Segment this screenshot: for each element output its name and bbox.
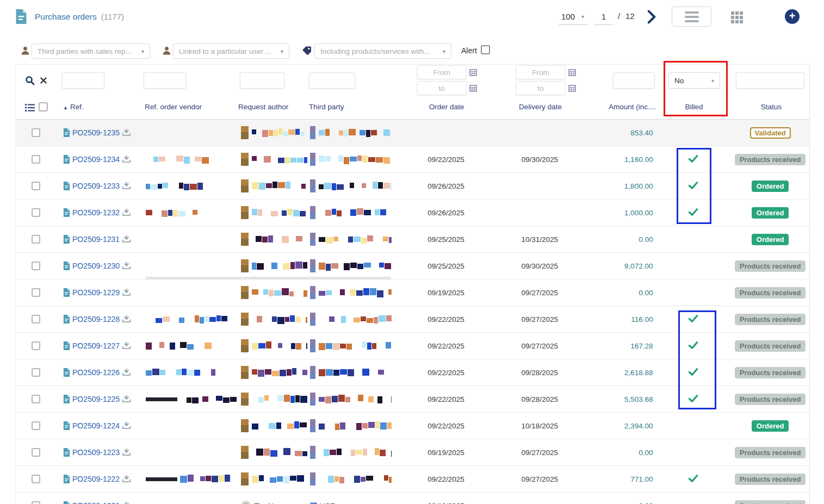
- purchase-order-link[interactable]: PO2509-1228: [72, 315, 120, 323]
- column-header-ref[interactable]: ▲Ref.: [63, 103, 84, 111]
- download-icon[interactable]: [122, 395, 131, 403]
- column-header-third-party[interactable]: Third party: [309, 103, 344, 111]
- row-checkbox[interactable]: [32, 315, 40, 323]
- column-header-vendor-ref[interactable]: Ref. order vendor: [145, 103, 202, 111]
- linked-user-filter[interactable]: Linked to a particular user ... ▾: [173, 43, 289, 59]
- third-party-sales-rep-filter[interactable]: Third parties with sales rep... ▾: [32, 43, 150, 59]
- add-purchase-order-button[interactable]: +: [785, 9, 800, 24]
- download-icon[interactable]: [122, 289, 131, 296]
- next-page-button[interactable]: [645, 10, 658, 24]
- vendor-ref-cell: [145, 203, 237, 222]
- document-icon: [63, 288, 70, 297]
- download-icon[interactable]: [122, 475, 131, 483]
- page-number-input[interactable]: 1: [594, 9, 614, 25]
- column-header-order-date[interactable]: Order date: [392, 103, 501, 111]
- amount-filter-input[interactable]: [613, 72, 655, 89]
- third-party-cell: [307, 203, 392, 222]
- row-checkbox[interactable]: [32, 155, 40, 164]
- download-icon[interactable]: [122, 369, 131, 376]
- record-count: (1177): [101, 12, 124, 21]
- row-checkbox[interactable]: [32, 475, 40, 483]
- row-checkbox[interactable]: [32, 448, 40, 457]
- purchase-order-link[interactable]: PO2509-1233: [72, 182, 120, 190]
- column-header-delivery-date[interactable]: Delivery date: [501, 103, 580, 111]
- purchase-order-link[interactable]: PO2509-1232: [72, 208, 120, 217]
- calendar-icon[interactable]: [568, 69, 576, 76]
- including-products-filter[interactable]: Including products/services with... ▾: [314, 43, 451, 59]
- download-icon[interactable]: [122, 182, 131, 190]
- order-date-to-input[interactable]: [417, 81, 467, 95]
- page-size-select[interactable]: 100 ▾: [558, 9, 588, 25]
- page-size-value: 100: [558, 12, 575, 21]
- status-filter-input[interactable]: [736, 72, 804, 89]
- purchase-order-link[interactable]: PO2509-1223: [72, 448, 120, 457]
- download-icon[interactable]: [122, 449, 131, 456]
- purchase-order-link[interactable]: PO2509-1226: [72, 368, 120, 377]
- vendor-ref-filter-input[interactable]: [144, 72, 186, 89]
- column-header-status[interactable]: Status: [732, 103, 810, 111]
- third-party-cell: [307, 150, 392, 169]
- filter-placeholder: Including products/services with...: [320, 47, 430, 55]
- download-icon[interactable]: [122, 235, 131, 243]
- row-checkbox[interactable]: [32, 395, 40, 403]
- row-checkbox[interactable]: [32, 208, 40, 217]
- row-checkbox[interactable]: [32, 128, 40, 137]
- status-cell: Products received: [731, 447, 809, 458]
- row-checkbox[interactable]: [32, 501, 40, 504]
- third-party-filter-input[interactable]: [309, 72, 355, 89]
- purchase-order-link[interactable]: PO2509-1230: [72, 262, 120, 270]
- delivery-date-to-input[interactable]: [516, 81, 566, 95]
- purchase-order-link[interactable]: PO2509-1224: [72, 421, 120, 430]
- status-badge: Ordered: [752, 420, 789, 432]
- row-checkbox[interactable]: [32, 341, 40, 350]
- row-checkbox[interactable]: [32, 262, 40, 270]
- list-fields-icon[interactable]: [25, 103, 35, 112]
- row-checkbox[interactable]: [32, 368, 40, 377]
- order-date-from-input[interactable]: [417, 65, 467, 79]
- row-checkbox[interactable]: [32, 182, 40, 190]
- redacted-content: [310, 203, 392, 222]
- purchase-order-link[interactable]: PO2509-1229: [72, 288, 120, 297]
- status-badge: Products received: [735, 314, 806, 325]
- calendar-icon[interactable]: [469, 84, 477, 92]
- search-icon[interactable]: [25, 76, 35, 85]
- purchase-order-link[interactable]: PO2509-1234: [72, 155, 120, 164]
- column-header-billed[interactable]: Billed: [656, 103, 732, 111]
- ref-cell: PO2509-1233: [58, 182, 145, 190]
- row-checkbox[interactable]: [32, 421, 40, 430]
- request-author-cell: [237, 150, 307, 169]
- request-author-filter-input[interactable]: [240, 72, 284, 89]
- download-icon[interactable]: [122, 262, 131, 270]
- list-view-button[interactable]: [672, 7, 711, 27]
- purchase-order-link[interactable]: PO2509-1225: [72, 395, 120, 403]
- row-checkbox[interactable]: [32, 235, 40, 244]
- download-icon[interactable]: [122, 422, 131, 430]
- download-icon[interactable]: [122, 155, 131, 163]
- calendar-icon[interactable]: [469, 69, 477, 76]
- column-header-amount[interactable]: Amount (inc....: [580, 103, 656, 111]
- download-icon[interactable]: [122, 315, 131, 323]
- billed-filter-select[interactable]: No ▾: [668, 72, 720, 89]
- delivery-date-from-input[interactable]: [516, 65, 566, 79]
- third-party-name[interactable]: VCF...: [320, 502, 340, 504]
- download-icon[interactable]: [122, 502, 131, 504]
- purchase-order-link[interactable]: PO2509-1227: [72, 341, 120, 350]
- request-author-cell: [237, 337, 307, 355]
- purchase-order-link[interactable]: PO2509-1221: [72, 501, 120, 504]
- download-icon[interactable]: [122, 209, 131, 216]
- ref-filter-input[interactable]: [62, 72, 104, 89]
- purchase-order-link[interactable]: PO2509-1222: [72, 475, 120, 483]
- download-icon[interactable]: [122, 129, 131, 136]
- download-icon[interactable]: [122, 342, 131, 350]
- alert-checkbox[interactable]: [481, 45, 490, 54]
- request-author-name[interactable]: Tim N...: [254, 502, 280, 504]
- purchase-order-link[interactable]: PO2509-1231: [72, 235, 120, 244]
- column-header-request-author[interactable]: Request author: [238, 103, 288, 111]
- row-checkbox[interactable]: [32, 288, 40, 297]
- clear-filters-icon[interactable]: [40, 77, 47, 84]
- status-cell: Products received: [731, 394, 809, 405]
- purchase-order-link[interactable]: PO2509-1235: [72, 128, 120, 137]
- kanban-view-button[interactable]: [731, 11, 744, 23]
- calendar-icon[interactable]: [568, 84, 576, 92]
- select-all-checkbox[interactable]: [39, 102, 48, 111]
